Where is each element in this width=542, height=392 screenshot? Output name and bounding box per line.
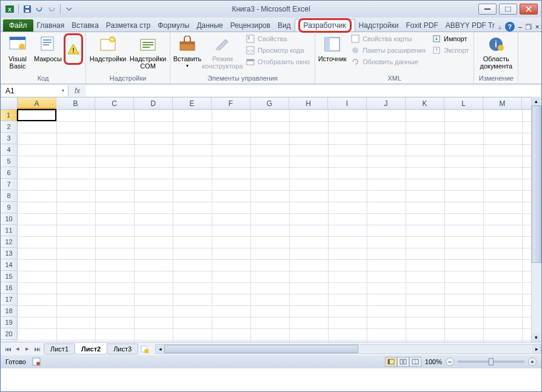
- row-header[interactable]: 4: [1, 144, 18, 156]
- scroll-right-button[interactable]: ▸: [532, 345, 541, 353]
- show-dialog-button[interactable]: Отобразить окно: [243, 56, 312, 67]
- tab-abbyy-pdf-tr[interactable]: ABBYY PDF Tr: [442, 19, 498, 32]
- zoom-in-button[interactable]: +: [528, 357, 537, 366]
- row-header[interactable]: 14: [1, 259, 18, 271]
- excel-icon[interactable]: X: [4, 4, 15, 15]
- col-header[interactable]: L: [444, 98, 483, 109]
- tab-вид[interactable]: Вид: [274, 19, 295, 32]
- sheet-nav-next[interactable]: ▸: [22, 344, 32, 354]
- sheet-tab[interactable]: Лист1: [44, 344, 75, 354]
- col-header[interactable]: I: [328, 98, 367, 109]
- fx-icon[interactable]: fx: [70, 87, 85, 95]
- mdi-minimize-icon[interactable]: –: [518, 23, 522, 30]
- view-page-layout-button[interactable]: [397, 357, 409, 367]
- row-header[interactable]: 7: [1, 179, 18, 190]
- horizontal-scrollbar[interactable]: ◂ ▸: [155, 344, 541, 354]
- col-header[interactable]: F: [212, 98, 250, 109]
- xml-source-button[interactable]: Источник: [318, 33, 347, 64]
- row-header[interactable]: 15: [1, 271, 18, 282]
- sheet-nav-first[interactable]: ⏮: [3, 344, 13, 354]
- row-header[interactable]: 12: [1, 236, 18, 248]
- scroll-up-button[interactable]: ▴: [532, 97, 540, 105]
- save-icon[interactable]: [22, 4, 33, 15]
- row-header[interactable]: 3: [1, 133, 18, 144]
- export-button[interactable]: Экспорт: [429, 45, 471, 56]
- row-header[interactable]: 11: [1, 225, 18, 236]
- minimize-button[interactable]: [478, 4, 497, 15]
- properties-button[interactable]: Свойства: [243, 33, 312, 44]
- tab-данные[interactable]: Данные: [193, 19, 226, 32]
- col-header[interactable]: M: [483, 98, 522, 109]
- col-header[interactable]: H: [289, 98, 328, 109]
- row-header[interactable]: 9: [1, 202, 18, 213]
- tab-разработчик[interactable]: Разработчик: [295, 19, 355, 32]
- tab-foxit-pdf[interactable]: Foxit PDF: [402, 19, 441, 32]
- active-cell[interactable]: [17, 109, 56, 121]
- undo-icon[interactable]: [34, 4, 45, 15]
- new-sheet-button[interactable]: [139, 344, 149, 354]
- col-header[interactable]: A: [18, 98, 56, 109]
- com-addins-button[interactable]: Надстройки COM: [129, 33, 167, 71]
- maximize-button[interactable]: [499, 4, 517, 15]
- row-header[interactable]: 17: [1, 294, 18, 305]
- row-header[interactable]: 13: [1, 248, 18, 259]
- addins-button[interactable]: Надстройки: [89, 33, 127, 64]
- scroll-left-button[interactable]: ◂: [156, 345, 164, 353]
- zoom-slider[interactable]: [458, 360, 524, 363]
- row-header[interactable]: 2: [1, 121, 18, 133]
- tab-разметка-стр[interactable]: Разметка стр: [102, 19, 154, 32]
- sheet-nav-prev[interactable]: ◂: [13, 344, 22, 354]
- tab-рецензиров[interactable]: Рецензиров: [227, 19, 274, 32]
- tab-главная[interactable]: Главная: [33, 19, 69, 32]
- select-all-button[interactable]: [1, 98, 18, 109]
- col-header[interactable]: K: [406, 98, 444, 109]
- sheet-tab[interactable]: Лист3: [107, 344, 138, 354]
- name-box[interactable]: A1 ▾: [2, 85, 69, 96]
- col-header[interactable]: D: [134, 98, 173, 109]
- map-properties-button[interactable]: Свойства карты: [348, 33, 428, 44]
- vertical-scrollbar[interactable]: ▴ ▾: [531, 97, 541, 342]
- zoom-level[interactable]: 100%: [425, 358, 442, 365]
- row-header[interactable]: 5: [1, 156, 18, 167]
- row-header[interactable]: 20: [1, 328, 18, 340]
- visual-basic-button[interactable]: Visual Basic: [3, 33, 32, 71]
- help-icon[interactable]: ?: [505, 22, 515, 32]
- row-header[interactable]: 1: [1, 110, 18, 121]
- tab-формулы[interactable]: Формулы: [154, 19, 193, 32]
- tab-надстройки[interactable]: Надстройки: [355, 19, 403, 32]
- design-mode-button[interactable]: Режим конструктора: [203, 33, 242, 71]
- col-header[interactable]: E: [173, 98, 212, 109]
- qat-customize-icon[interactable]: [64, 4, 75, 15]
- col-header[interactable]: B: [56, 98, 95, 109]
- import-button[interactable]: Импорт: [429, 33, 471, 44]
- ribbon-minimize-icon[interactable]: ▵: [498, 24, 501, 30]
- mdi-restore-icon[interactable]: [526, 24, 532, 30]
- mdi-close-icon[interactable]: ×: [535, 23, 539, 30]
- row-header[interactable]: 19: [1, 317, 18, 328]
- document-panel-button[interactable]: i Область документа: [477, 33, 515, 71]
- refresh-data-button[interactable]: Обновить данные: [348, 56, 428, 67]
- macros-button[interactable]: Макросы: [33, 33, 62, 64]
- tab-вставка[interactable]: Вставка: [68, 19, 102, 32]
- insert-control-button[interactable]: Вставить ▾: [173, 33, 202, 70]
- expansion-packs-button[interactable]: Пакеты расширения: [348, 45, 428, 56]
- col-header[interactable]: J: [367, 98, 406, 109]
- file-tab[interactable]: Файл: [3, 19, 33, 32]
- macro-security-button[interactable]: !: [66, 36, 81, 62]
- sheet-nav-last[interactable]: ⏭: [32, 344, 42, 354]
- zoom-out-button[interactable]: −: [446, 357, 454, 366]
- sheet-tab[interactable]: Лист2: [75, 344, 107, 354]
- vscroll-thumb[interactable]: [532, 105, 541, 263]
- view-page-break-button[interactable]: [409, 357, 421, 367]
- zoom-thumb[interactable]: [489, 358, 493, 365]
- formula-input[interactable]: [86, 85, 540, 96]
- hscroll-thumb[interactable]: [164, 345, 358, 353]
- redo-icon[interactable]: [46, 4, 57, 15]
- cells-area[interactable]: [18, 110, 541, 342]
- row-header[interactable]: 6: [1, 167, 18, 179]
- close-button[interactable]: [520, 4, 538, 15]
- col-header[interactable]: G: [250, 98, 289, 109]
- col-header[interactable]: C: [95, 98, 134, 109]
- macro-record-icon[interactable]: [32, 357, 41, 366]
- view-normal-button[interactable]: [385, 357, 397, 367]
